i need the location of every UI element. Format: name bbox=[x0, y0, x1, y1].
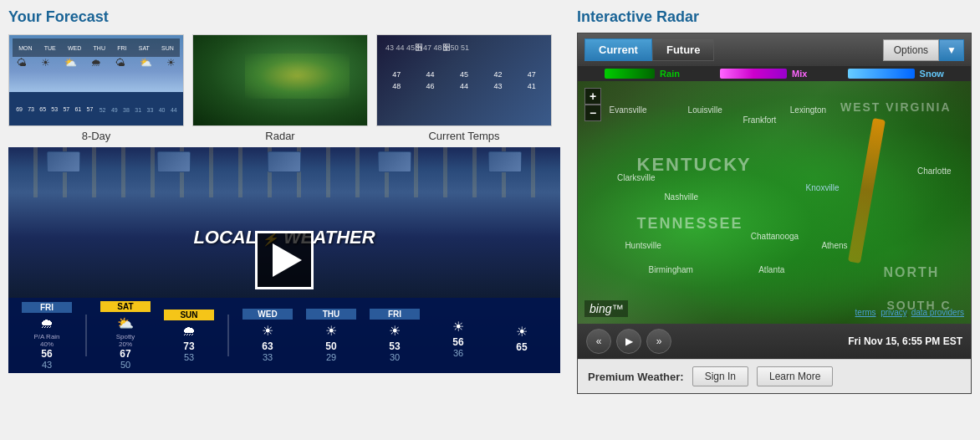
city-charlotte: Charlotte bbox=[917, 166, 952, 176]
zoom-out-button[interactable]: − bbox=[584, 105, 601, 121]
vf-day-sat: SAT ⛅ Spotty20% 67 50 bbox=[100, 301, 151, 370]
options-label: Options bbox=[883, 39, 939, 61]
temps-mini-visual: 47 44 45 42 47 48 46 44 43 41 bbox=[377, 35, 551, 125]
map-label-tennessee: TENNESSEE bbox=[637, 215, 743, 233]
thumb-8day-label: 8-Day bbox=[82, 130, 111, 142]
city-knoxville: Knoxville bbox=[806, 183, 840, 192]
vf-day-thu: THU ☀ 50 29 bbox=[306, 309, 356, 362]
city-lexington: Lexington bbox=[790, 105, 826, 115]
vf-day-extra2: ☀ 65 bbox=[497, 319, 547, 353]
vf-day-wed: WED ☀ 63 33 bbox=[242, 309, 293, 362]
thumb-temps[interactable]: 47 44 45 42 47 48 46 44 43 41 bbox=[376, 34, 552, 142]
radar-controls: Current Future Options ▼ bbox=[578, 33, 971, 66]
city-clarksville: Clarksville bbox=[617, 173, 656, 182]
left-section-title: Your Forecast bbox=[8, 8, 560, 26]
map-label-west-virginia: WEST VIRGINIA bbox=[840, 100, 952, 114]
thumb-8day-image[interactable]: MON TUE WED THU FRI SAT SUN 🌤 ☀ ⛅ bbox=[8, 34, 184, 126]
map-label-kentucky: KENTUCKY bbox=[637, 154, 752, 176]
play-button[interactable] bbox=[255, 231, 314, 289]
terms-link[interactable]: terms bbox=[855, 308, 876, 317]
radar-mini-visual bbox=[193, 35, 367, 125]
map-label-north: NORTH bbox=[884, 265, 940, 280]
learnmore-button[interactable]: Learn More bbox=[757, 366, 833, 386]
legend-snow: Snow bbox=[848, 69, 944, 79]
right-section-title: Interactive Radar bbox=[577, 8, 972, 26]
forward-button[interactable]: » bbox=[646, 329, 671, 354]
thumb-radar[interactable]: Radar bbox=[192, 34, 368, 142]
playback-controls: « ▶ » bbox=[586, 329, 671, 354]
vf-label-sun: SUN bbox=[164, 310, 214, 320]
radar-tabs: Current Future bbox=[584, 38, 714, 61]
legend-rain-label: Rain bbox=[660, 69, 680, 79]
thumb-radar-label: Radar bbox=[265, 130, 294, 142]
premium-bar: Premium Weather: Sign In Learn More bbox=[578, 359, 971, 393]
legend-rain: Rain bbox=[605, 69, 680, 79]
options-button[interactable]: Options ▼ bbox=[883, 39, 964, 61]
radar-container: Current Future Options ▼ Rain bbox=[577, 33, 972, 394]
vf-label-wed: WED bbox=[242, 309, 293, 320]
zoom-in-button[interactable]: + bbox=[584, 88, 601, 105]
right-section: Interactive Radar Current Future Options… bbox=[577, 8, 972, 394]
city-huntsville: Huntsville bbox=[625, 241, 661, 250]
radar-options: Options ▼ bbox=[883, 39, 964, 61]
thumb-radar-image[interactable] bbox=[192, 34, 368, 126]
8day-mini-visual: MON TUE WED THU FRI SAT SUN 🌤 ☀ ⛅ bbox=[9, 35, 183, 125]
vf-label-fri2: FRI bbox=[370, 309, 420, 320]
play-triangle-icon bbox=[273, 243, 302, 277]
legend-mix-label: Mix bbox=[792, 69, 807, 79]
vf-day-fri2: FRI ☀ 53 30 bbox=[370, 309, 420, 362]
signin-button[interactable]: Sign In bbox=[692, 366, 748, 386]
data-providers-link[interactable]: data providers bbox=[911, 308, 964, 317]
options-arrow-icon: ▼ bbox=[939, 39, 964, 61]
8day-top-bar: MON TUE WED THU FRI SAT SUN bbox=[13, 38, 180, 57]
thumb-temps-image[interactable]: 47 44 45 42 47 48 46 44 43 41 bbox=[376, 34, 552, 126]
legend-snow-label: Snow bbox=[920, 69, 944, 79]
vf-day-extra1: ☀ 56 36 bbox=[433, 314, 483, 358]
city-frankfort: Frankfort bbox=[743, 115, 776, 125]
zoom-controls: + − bbox=[584, 88, 601, 121]
premium-label: Premium Weather: bbox=[588, 371, 684, 383]
thumb-temps-label: Current Temps bbox=[428, 130, 499, 142]
radar-bottom: « ▶ » Fri Nov 15, 6:55 PM EST bbox=[578, 324, 971, 359]
city-louisville: Louisville bbox=[688, 105, 722, 115]
left-section: Your Forecast MON TUE WED THU FRI SAT SU… bbox=[8, 8, 560, 394]
city-chattanooga: Chattanooga bbox=[751, 232, 799, 241]
tab-future[interactable]: Future bbox=[652, 38, 714, 61]
city-atlanta: Atlanta bbox=[758, 265, 784, 274]
video-container[interactable]: LOCAL ⚡ WEATHER FRI 🌧 P/A Rain40% 56 43 bbox=[8, 147, 560, 373]
city-nashville: Nashville bbox=[664, 192, 698, 202]
tab-current[interactable]: Current bbox=[584, 38, 652, 61]
video-forecast-row: FRI 🌧 P/A Rain40% 56 43 SAT ⛅ Spotty20% … bbox=[8, 298, 560, 373]
radar-map[interactable]: + − KENTUCKY TENNESSEE WEST VIRGINIA NOR… bbox=[578, 81, 971, 324]
vf-label-fri1: FRI bbox=[22, 302, 72, 313]
forecast-thumbnails: MON TUE WED THU FRI SAT SUN 🌤 ☀ ⛅ bbox=[8, 34, 560, 142]
radar-legend: Rain Mix Snow bbox=[578, 66, 971, 81]
privacy-link[interactable]: privacy bbox=[880, 308, 906, 317]
city-birmingham: Birmingham bbox=[649, 265, 693, 274]
legend-mix: Mix bbox=[720, 69, 807, 79]
bing-logo: bing™ bbox=[584, 300, 628, 317]
legend-mix-bar bbox=[720, 69, 787, 79]
legend-snow-bar bbox=[848, 69, 915, 79]
vf-label-extra1 bbox=[433, 314, 483, 315]
vf-label-sat: SAT bbox=[100, 301, 151, 312]
city-athens: Athens bbox=[821, 241, 847, 250]
rewind-button[interactable]: « bbox=[586, 329, 611, 354]
legend-rain-bar bbox=[605, 69, 655, 79]
radar-timestamp: Fri Nov 15, 6:55 PM EST bbox=[848, 335, 962, 347]
map-links: terms, privacy, data providers bbox=[855, 308, 964, 317]
vf-label-extra2 bbox=[497, 319, 547, 320]
main-container: Your Forecast MON TUE WED THU FRI SAT SU… bbox=[0, 0, 980, 402]
vf-label-thu: THU bbox=[306, 309, 356, 320]
thumb-8day[interactable]: MON TUE WED THU FRI SAT SUN 🌤 ☀ ⛅ bbox=[8, 34, 184, 142]
play-pause-button[interactable]: ▶ bbox=[616, 329, 641, 354]
vf-day-fri1: FRI 🌧 P/A Rain40% 56 43 bbox=[22, 302, 72, 370]
vf-day-sun: SUN 🌧 73 53 bbox=[164, 310, 214, 362]
city-evansville: Evansville bbox=[610, 105, 647, 115]
